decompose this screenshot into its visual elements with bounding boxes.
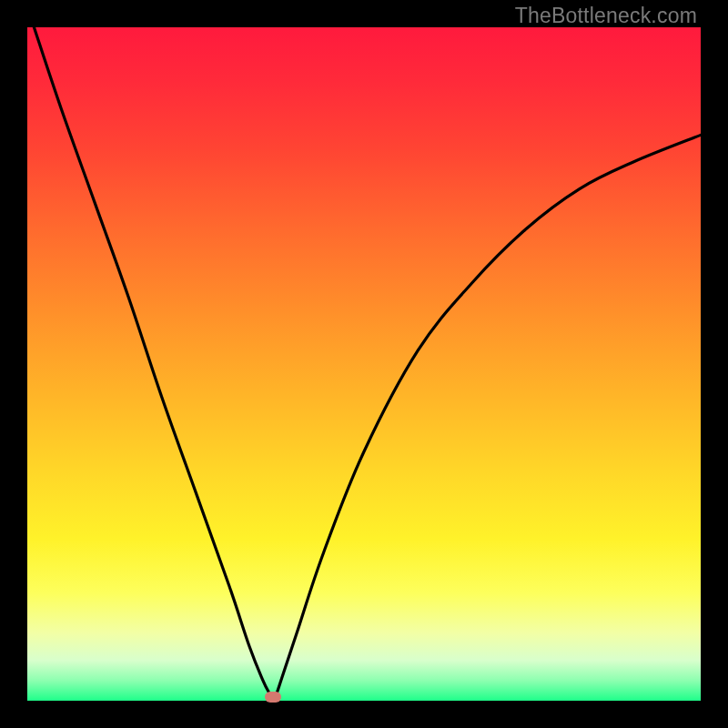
bottleneck-curve [34,27,701,701]
curve-svg [27,27,701,701]
optimum-marker [265,692,281,703]
chart-frame: TheBottleneck.com [0,0,728,728]
plot-area [27,27,701,701]
watermark-text: TheBottleneck.com [515,4,697,28]
